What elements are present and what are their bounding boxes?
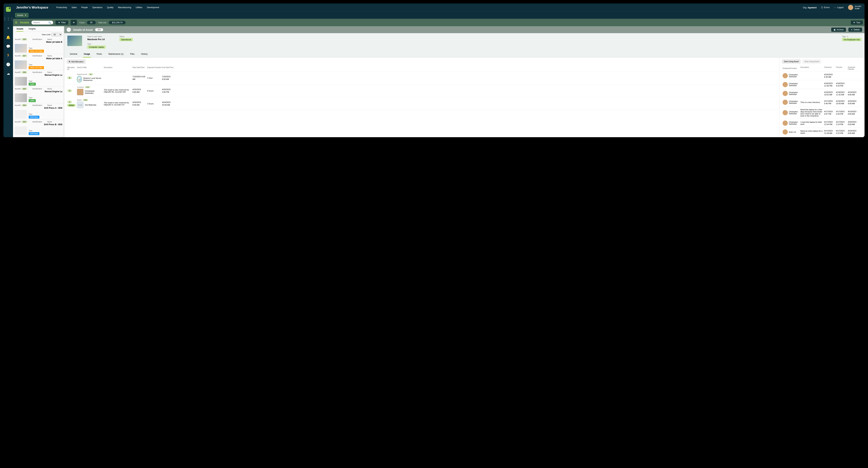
usage-row[interactable]: Christopher Sarkissian 4/18/202312:36 PM… [782, 80, 862, 89]
nav-manufacturing[interactable]: Manufacturing [118, 6, 131, 9]
nav-utilities[interactable]: Utilities [136, 6, 143, 9]
asset-card[interactable]: AssetID264IdentificationName Drill Press… [13, 103, 64, 120]
asset-thumb [15, 93, 27, 102]
dtab-files[interactable]: Files [129, 51, 135, 57]
org-value: Appward [808, 6, 816, 9]
employee-avatar [783, 100, 788, 105]
add-allocation-button[interactable]: ⊞Add Allocation [67, 59, 86, 64]
server-icon: 📊 [77, 76, 82, 83]
nav-productivity[interactable]: Productivity [56, 6, 67, 9]
asset-card[interactable]: AssetID263IdentificationName Drill Press… [13, 120, 64, 136]
dtab-history[interactable]: History [141, 51, 148, 57]
totalcost-value: $15,194.74 [109, 21, 126, 25]
usage-row[interactable]: Christopher Sarkissian 4/19/20238:35 AM [782, 71, 862, 80]
employee-avatar [783, 82, 788, 87]
nav-quality[interactable]: Quality [107, 6, 113, 9]
plus-icon[interactable]: ＋ [7, 26, 10, 30]
asset-tag: For Employee Use [842, 38, 861, 41]
close-icon: ✕ [851, 28, 852, 31]
view-limit-select[interactable]: 50 [51, 33, 62, 36]
nav-development[interactable]: Development [147, 6, 159, 9]
start-using-button[interactable]: Start Using Asset [782, 59, 801, 64]
gear-icon[interactable]: ⚙ [15, 21, 18, 25]
asset-list: AssetID268IdentificationName Water jet t… [13, 37, 64, 137]
tab-assets[interactable]: Assets [17, 28, 23, 32]
back-icon[interactable]: → [67, 28, 71, 32]
logout-button[interactable]: ←Logout [834, 6, 843, 9]
asset-name: Macbook Pro 14 [87, 38, 105, 41]
archive-icon: ▣ [834, 28, 836, 31]
asset-thumb [15, 126, 27, 135]
usage-row[interactable]: Christopher Sarkissian I need this lapto… [782, 119, 862, 128]
org-label: Org: [803, 6, 807, 9]
edit-icon[interactable]: ✎ [847, 36, 848, 37]
asset-card[interactable]: AssetID266IdentificationName Manual Engi… [13, 70, 64, 87]
totalcost-label: Total cost [98, 22, 106, 24]
vertical-sidebar: ⋮⋮⋮ ＋ 🔔 💬 🏃 🕐 ☁ [3, 3, 13, 137]
run-icon[interactable]: 🏃 [6, 53, 10, 57]
workspace-title: Jennifer's Workspace [16, 6, 48, 9]
count-value: 65 [87, 21, 96, 25]
allocation-row[interactable]: 1Active StepID333 ImageGet Materials Thi… [67, 97, 777, 110]
errors-button[interactable]: ⓘErrors [821, 6, 830, 9]
dtab-posts[interactable]: Posts [96, 51, 102, 57]
detail-id: 269 [95, 28, 103, 31]
tab-insights[interactable]: Insights [28, 28, 36, 32]
image-thumb: Image [77, 101, 84, 108]
filter-icon: ▼ [58, 21, 60, 24]
asset-thumb [15, 77, 27, 86]
nav-sales[interactable]: Sales [71, 6, 77, 9]
arrow-left-icon: ← [834, 6, 836, 9]
archive-button[interactable]: ▣Archive [831, 28, 846, 32]
user-menu[interactable]: JenniferSistilli [848, 5, 861, 10]
asset-card[interactable]: AssetID268IdentificationName Water jet t… [13, 37, 64, 54]
usage-row[interactable]: Christopher Sarkissian 4/18/202310:52 AM… [782, 89, 862, 98]
bell-icon[interactable]: 🔔 [6, 35, 10, 39]
asset-image [67, 36, 82, 46]
asset-thumb [15, 60, 27, 69]
employee-avatar [783, 110, 788, 115]
count-label: Count [79, 22, 84, 24]
eye-icon: 👁 [853, 21, 855, 24]
chat-icon[interactable]: 💬 [6, 44, 10, 49]
asset-thumb [15, 44, 27, 53]
tour-button[interactable]: 👁Tour [851, 21, 863, 25]
user-avatar [848, 5, 853, 10]
detail-title: Details of Asset [73, 28, 93, 31]
tab-chip-assets[interactable]: Assets ✕ [15, 13, 28, 18]
nav-operations[interactable]: Operations [92, 6, 102, 9]
plus-box-icon: ⊞ [69, 60, 70, 63]
usage-row[interactable]: Christopher Sarkissian This is a new che… [782, 98, 862, 107]
employee-avatar [783, 120, 788, 126]
delete-button[interactable]: ✕Delete [848, 28, 862, 32]
employee-avatar [783, 91, 788, 96]
allocation-row[interactable]: 6 MaintenanceID16 📊Restore Local Server … [67, 71, 777, 84]
asset-status: Operational [119, 38, 133, 41]
dtab-usage[interactable]: Usage [83, 51, 91, 57]
apps-icon[interactable]: ⋮⋮⋮ [3, 17, 13, 21]
close-icon[interactable]: ✕ [25, 14, 27, 17]
nav-people[interactable]: People [81, 6, 88, 9]
view-limit-label: View Limit [42, 33, 50, 36]
asset-card[interactable]: AssetID267IdentificationName Water jet t… [13, 54, 64, 70]
stop-using-button: Stop Using Asset [802, 59, 821, 64]
info-icon: ⓘ [821, 6, 823, 9]
add-button[interactable]: ＋ [71, 20, 77, 25]
clock-icon[interactable]: 🕐 [6, 62, 10, 66]
person-thumb [77, 89, 84, 95]
dtab-maintenance[interactable]: Maintenance (1) [108, 51, 124, 57]
search-icon[interactable]: 🔍 [48, 21, 52, 25]
asset-thumb [15, 110, 27, 119]
allocation-row[interactable]: 2 ContactID372 Christopher Sarkissian Th… [67, 84, 777, 97]
app-logo [6, 7, 11, 12]
toolbar-title: Assets [20, 21, 29, 24]
dtab-general[interactable]: General [69, 51, 78, 57]
employee-avatar [783, 73, 788, 78]
asset-card[interactable]: AssetID265IdentificationName Manual Engi… [13, 87, 64, 103]
usage-row[interactable]: Andy Lim Need an extra laptop for a week… [782, 128, 862, 137]
usage-row[interactable]: Christopher Sarkissian Need this laptop … [782, 107, 862, 119]
employee-avatar [783, 129, 788, 135]
cloud-icon[interactable]: ☁ [7, 71, 10, 76]
filter-button[interactable]: ▼Filter [56, 21, 68, 25]
asset-type: Computer Laptop [87, 46, 105, 49]
